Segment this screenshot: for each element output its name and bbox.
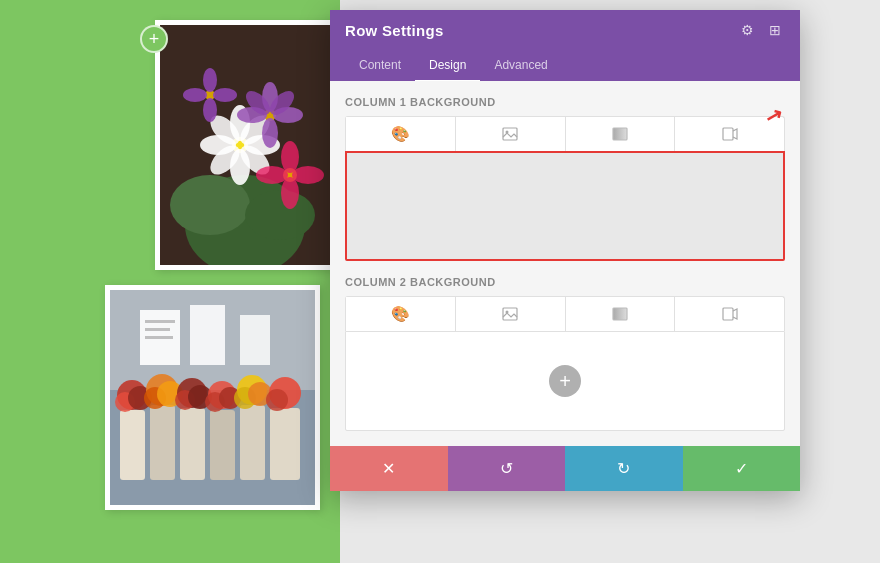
panel-tabs: Content Design Advanced [330, 50, 800, 81]
svg-rect-57 [240, 315, 270, 365]
svg-rect-35 [210, 410, 235, 480]
panel-header-icons: ⚙ ⊞ [737, 20, 785, 40]
col2-image-tab[interactable] [456, 297, 566, 331]
svg-rect-32 [120, 410, 145, 480]
col1-color-tab[interactable]: 🎨 [346, 117, 456, 151]
col2-video-tab[interactable] [675, 297, 784, 331]
cancel-button[interactable]: ✕ [330, 446, 448, 491]
svg-rect-33 [150, 405, 175, 480]
panel-title: Row Settings [345, 22, 444, 39]
market-photo [110, 290, 315, 505]
col2-bg-tabs: 🎨 [345, 296, 785, 331]
svg-rect-60 [145, 336, 173, 339]
svg-rect-61 [503, 128, 517, 140]
svg-rect-63 [613, 128, 627, 140]
flower-photo-frame [155, 20, 335, 270]
market-photo-frame [105, 285, 320, 510]
svg-rect-70 [723, 308, 733, 320]
save-button[interactable]: ✓ [683, 446, 801, 491]
svg-rect-36 [240, 405, 265, 480]
svg-point-28 [256, 166, 288, 184]
svg-point-21 [203, 68, 217, 92]
svg-point-26 [281, 141, 299, 173]
svg-point-23 [183, 88, 207, 102]
col1-color-preview[interactable] [345, 151, 785, 261]
svg-rect-68 [613, 308, 627, 320]
svg-point-29 [292, 166, 324, 184]
tab-design[interactable]: Design [415, 50, 480, 82]
col2-gradient-tab[interactable] [566, 297, 676, 331]
col2-add-color-button[interactable]: + [549, 365, 581, 397]
svg-point-3 [245, 190, 315, 240]
settings-icon[interactable]: ⚙ [737, 20, 757, 40]
col2-color-tab[interactable]: 🎨 [346, 297, 456, 331]
svg-rect-56 [190, 305, 225, 365]
col1-bg-tabs: 🎨 [345, 116, 785, 151]
svg-rect-59 [145, 328, 170, 331]
panel-content: Column 1 Background 🎨 [330, 81, 800, 446]
flower-photo [160, 25, 330, 265]
add-row-button[interactable]: + [140, 25, 168, 53]
tab-content[interactable]: Content [345, 50, 415, 82]
svg-rect-66 [503, 308, 517, 320]
svg-point-24 [213, 88, 237, 102]
redo-button[interactable]: ↻ [565, 446, 683, 491]
row-settings-panel: Row Settings ⚙ ⊞ Content Design Advanced… [330, 10, 800, 491]
col2-label: Column 2 Background [345, 276, 785, 288]
svg-rect-65 [723, 128, 733, 140]
svg-point-22 [203, 98, 217, 122]
action-bar: ✕ ↺ ↻ ✓ [330, 446, 800, 491]
page-bg-left: + [0, 0, 340, 563]
svg-rect-58 [145, 320, 175, 323]
undo-button[interactable]: ↺ [448, 446, 566, 491]
svg-point-15 [262, 118, 278, 148]
svg-rect-34 [180, 408, 205, 480]
svg-point-54 [266, 389, 288, 411]
svg-rect-37 [270, 408, 300, 480]
svg-point-27 [281, 177, 299, 209]
col2-color-preview[interactable]: + [345, 331, 785, 431]
col1-label: Column 1 Background [345, 96, 785, 108]
tab-advanced[interactable]: Advanced [480, 50, 561, 82]
panel-header: Row Settings ⚙ ⊞ [330, 10, 800, 50]
columns-icon[interactable]: ⊞ [765, 20, 785, 40]
col1-gradient-tab[interactable] [566, 117, 676, 151]
col1-image-tab[interactable] [456, 117, 566, 151]
col1-color-area: ↗ [345, 151, 785, 261]
